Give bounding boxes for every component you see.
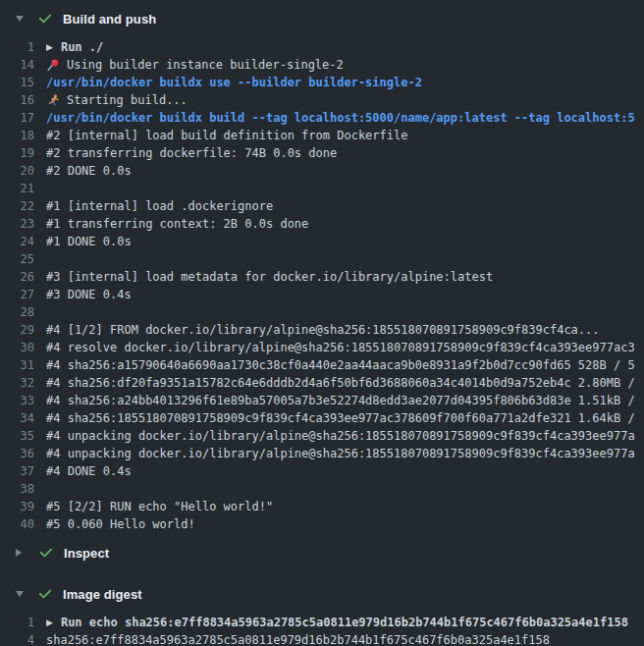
line-number[interactable]: 40 (0, 515, 34, 533)
log-text: #1 DONE 0.0s (46, 233, 132, 250)
line-number[interactable]: 24 (0, 233, 34, 250)
line-number[interactable]: 17 (0, 109, 34, 127)
section-header-build-and-push[interactable]: Build and push (0, 5, 644, 32)
line-number[interactable]: 35 (0, 427, 34, 445)
line-number[interactable]: 20 (0, 162, 34, 180)
play-icon[interactable]: ▶ (46, 614, 53, 631)
log-line: 40#5 0.060 Hello world! (0, 515, 644, 533)
line-number[interactable]: 30 (0, 339, 34, 356)
line-number[interactable]: 1 (0, 38, 34, 56)
line-number[interactable]: 14 (0, 56, 34, 74)
log-text: #1 transferring context: 2B 0.0s done (46, 215, 308, 233)
log-line: 17/usr/bin/docker buildx build --tag loc… (0, 109, 644, 127)
log-line: 26#3 [internal] load metadata for docker… (0, 268, 644, 286)
log-text: #4 sha256:a15790640a6690aa1730c38cf0a440… (46, 356, 635, 374)
line-content: #4 sha256:185518070891758909c9f839cf4ca3… (46, 409, 644, 427)
log-line: 1▶Run echo sha256:e7ff8834a5963a2785c5a0… (0, 614, 644, 631)
log-line: 34#4 sha256:185518070891758909c9f839cf4c… (0, 409, 644, 427)
log-text: #4 DONE 0.4s (46, 462, 132, 480)
line-number[interactable]: 1 (0, 614, 34, 631)
log-text: #1 [internal] load .dockerignore (46, 197, 273, 215)
line-number[interactable]: 23 (0, 215, 34, 233)
runner-icon (46, 93, 60, 107)
line-number[interactable]: 15 (0, 74, 34, 91)
log-line: 25 (0, 250, 644, 268)
play-icon[interactable]: ▶ (46, 38, 53, 56)
log-line: 4sha256:e7ff8834a5963a2785c5a0811e979d16… (0, 631, 644, 646)
line-number[interactable]: 37 (0, 462, 34, 480)
line-number[interactable]: 28 (0, 303, 34, 321)
log-text: #5 [2/2] RUN echo "Hello world!" (46, 498, 273, 515)
chevron-down-icon[interactable] (16, 16, 24, 22)
log-text: #4 [1/2] FROM docker.io/library/alpine@s… (46, 321, 600, 339)
line-number[interactable]: 32 (0, 374, 34, 392)
log-line: 19#2 transferring dockerfile: 74B 0.0s d… (0, 144, 644, 162)
log-text: #3 DONE 0.4s (46, 286, 132, 303)
section-header-image-digest[interactable]: Image digest (0, 580, 644, 608)
log-line: 21 (0, 180, 644, 197)
line-content: #4 resolve docker.io/library/alpine@sha2… (46, 339, 644, 356)
log-line: 14Using builder instance builder-single-… (0, 56, 644, 74)
line-content: #4 sha256:a15790640a6690aa1730c38cf0a440… (46, 356, 644, 374)
log-line: 35#4 unpacking docker.io/library/alpine@… (0, 427, 644, 445)
section-header-inspect[interactable]: Inspect (0, 539, 644, 566)
line-number[interactable]: 29 (0, 321, 34, 339)
line-number[interactable]: 25 (0, 250, 34, 268)
line-number[interactable]: 34 (0, 409, 34, 427)
line-content (46, 480, 644, 498)
log-text: #3 [internal] load metadata for docker.i… (46, 268, 493, 286)
log-text: #4 resolve docker.io/library/alpine@sha2… (46, 339, 635, 356)
log-text: Starting build... (67, 91, 188, 109)
line-content: #4 [1/2] FROM docker.io/library/alpine@s… (46, 321, 644, 339)
line-content: #2 DONE 0.0s (46, 162, 644, 180)
section-title: Inspect (64, 546, 109, 561)
line-number[interactable]: 38 (0, 480, 34, 498)
actions-log-viewer: Build and push1▶Run ./14Using builder in… (0, 5, 644, 646)
log-line: 37#4 DONE 0.4s (0, 462, 644, 480)
line-number[interactable]: 18 (0, 127, 34, 144)
log-text: /usr/bin/docker buildx use --builder bui… (46, 74, 422, 91)
log-section-image-digest: Image digest1▶Run echo sha256:e7ff8834a5… (0, 580, 644, 646)
line-content (46, 303, 644, 321)
line-content: #5 [2/2] RUN echo "Hello world!" (46, 498, 644, 515)
line-content: #4 DONE 0.4s (46, 462, 644, 480)
line-content: #4 sha256:a24bb4013296f61e89ba57005a7b3e… (46, 392, 644, 409)
line-content: #2 transferring dockerfile: 74B 0.0s don… (46, 144, 644, 162)
log-text: #2 [internal] load build definition from… (46, 127, 407, 144)
line-number[interactable]: 39 (0, 498, 34, 515)
line-number[interactable]: 27 (0, 286, 34, 303)
line-number[interactable]: 22 (0, 197, 34, 215)
log-text: #2 DONE 0.0s (46, 162, 132, 180)
log-line: 15/usr/bin/docker buildx use --builder b… (0, 74, 644, 91)
line-content: #4 unpacking docker.io/library/alpine@sh… (46, 445, 644, 462)
log-line: 36#4 unpacking docker.io/library/alpine@… (0, 445, 644, 462)
line-content: Using builder instance builder-single-2 (46, 56, 644, 74)
line-content (46, 250, 644, 268)
line-number[interactable]: 4 (0, 631, 34, 646)
line-number[interactable]: 26 (0, 268, 34, 286)
log-text: #4 sha256:a24bb4013296f61e89ba57005a7b3e… (46, 392, 635, 409)
line-content: /usr/bin/docker buildx use --builder bui… (46, 74, 644, 91)
check-icon (37, 11, 53, 27)
line-number[interactable]: 31 (0, 356, 34, 374)
section-lines: 1▶Run echo sha256:e7ff8834a5963a2785c5a0… (0, 608, 644, 646)
line-content: #4 sha256:df20fa9351a15782c64e6dddb2d4a6… (46, 374, 644, 392)
chevron-down-icon[interactable] (16, 591, 24, 597)
line-content: #1 [internal] load .dockerignore (46, 197, 644, 215)
line-content: sha256:e7ff8834a5963a2785c5a0811e979d16b… (46, 631, 644, 646)
section-title: Image digest (63, 587, 142, 602)
log-line: 30#4 resolve docker.io/library/alpine@sh… (0, 339, 644, 356)
line-content: #5 0.060 Hello world! (46, 515, 644, 533)
line-number[interactable]: 19 (0, 144, 34, 162)
log-text: #4 unpacking docker.io/library/alpine@sh… (46, 427, 635, 445)
log-text: #4 sha256:185518070891758909c9f839cf4ca3… (46, 409, 635, 427)
line-content: #3 DONE 0.4s (46, 286, 644, 303)
log-text: Run echo sha256:e7ff8834a5963a2785c5a081… (61, 614, 628, 631)
line-number[interactable]: 21 (0, 180, 34, 197)
chevron-right-icon[interactable] (16, 549, 22, 557)
line-number[interactable]: 16 (0, 91, 34, 109)
line-number[interactable]: 36 (0, 445, 34, 462)
pushpin-icon (46, 58, 60, 72)
line-content: #1 transferring context: 2B 0.0s done (46, 215, 644, 233)
line-number[interactable]: 33 (0, 392, 34, 409)
